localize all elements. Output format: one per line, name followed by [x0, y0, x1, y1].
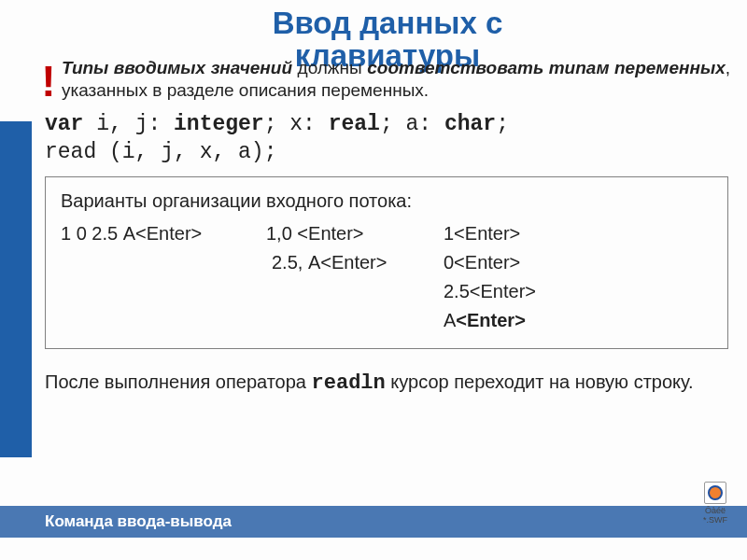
example-box: Варианты организации входного потока: 1 …	[45, 176, 728, 349]
kw-readln: readln	[312, 371, 386, 395]
c3r2: 0<Enter>	[444, 248, 593, 277]
c3r4: А<Enter>	[444, 306, 593, 335]
code-seg-f: ; a:	[380, 112, 444, 136]
footer-text: Команда ввода-вывода	[45, 512, 232, 531]
kw-real: real	[329, 112, 380, 136]
after-text: После выполнения оператора readln курсор…	[45, 370, 730, 398]
exclamation-icon: !	[35, 57, 62, 101]
kw-var: var	[45, 112, 83, 136]
c1r1: 1 0 2.5 А<Enter>	[61, 219, 266, 248]
kw-char: char	[444, 112, 496, 136]
slide-content: Ввод данных с клавиатуры ! Типы вводимых…	[35, 0, 740, 560]
c3r1: 1<Enter>	[444, 219, 593, 248]
warn-emph-1: Типы вводимых значений	[62, 58, 292, 77]
code-seg-h: ;	[496, 112, 509, 136]
after-a: После выполнения оператора	[45, 371, 312, 392]
columns: 1 0 2.5 А<Enter> 1,0 <Enter> 2.5, А<Ente…	[61, 219, 712, 335]
c3r4a: А	[444, 310, 456, 330]
swf-widget: Ôàéë *.SWF	[697, 482, 734, 525]
after-c: курсор переходит на новую строку.	[386, 371, 694, 392]
code-seg-b: i, j:	[83, 112, 174, 136]
col-2: 1,0 <Enter> 2.5, А<Enter>	[266, 219, 444, 335]
footer-bar: Команда ввода-вывода	[0, 506, 747, 538]
warning-block: ! Типы вводимых значений должны соответс…	[35, 57, 740, 102]
box-title: Варианты организации входного потока:	[61, 187, 712, 216]
left-accent-bar	[0, 121, 32, 457]
code-line-2: read (i, j, x, a);	[45, 140, 276, 164]
title-line-1: Ввод данных с	[273, 6, 503, 40]
col-3: 1<Enter> 0<Enter> 2.5<Enter> А<Enter>	[444, 219, 593, 335]
code-block: var i, j: integer; x: real; a: char; rea…	[45, 111, 740, 167]
globe-glyph	[708, 485, 723, 500]
code-seg-d: ; x:	[264, 112, 329, 136]
warn-mid: должны	[292, 58, 367, 77]
globe-icon[interactable]	[704, 482, 726, 504]
warning-text: Типы вводимых значений должны соответств…	[62, 57, 730, 102]
c3r4b: <Enter>	[456, 310, 525, 330]
c2r2: 2.5, А<Enter>	[266, 248, 444, 277]
c2r1: 1,0 <Enter>	[266, 219, 444, 248]
c3r3: 2.5<Enter>	[444, 277, 593, 306]
swf-label: Ôàéë *.SWF	[697, 506, 734, 525]
warn-emph-2: соответствовать типам переменных	[367, 58, 725, 77]
kw-integer: integer	[174, 112, 264, 136]
col-1: 1 0 2.5 А<Enter>	[61, 219, 266, 335]
